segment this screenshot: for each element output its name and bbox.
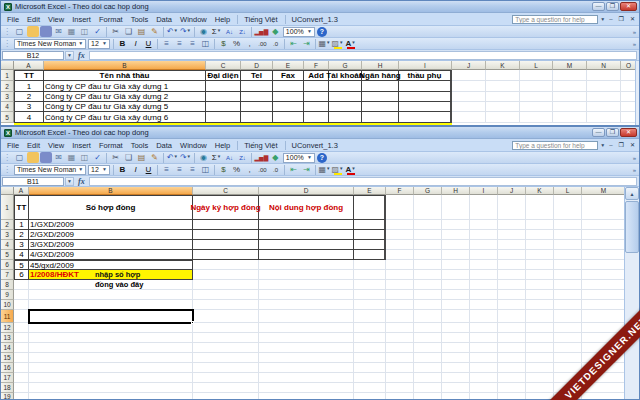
cell-M3[interactable] (582, 230, 626, 240)
percent-icon[interactable]: % (231, 164, 243, 175)
cell-G6[interactable] (414, 260, 442, 270)
dropdown-caret-icon[interactable]: ▼ (187, 155, 191, 160)
cell-L14[interactable] (554, 343, 582, 353)
cell-K1[interactable] (486, 70, 520, 81)
cell-H18[interactable] (442, 383, 470, 393)
row-header-2[interactable]: 2 (1, 81, 14, 92)
cell-I12[interactable] (470, 323, 498, 333)
workbook-restore-icon[interactable]: ❐ (617, 142, 626, 148)
cell-M5[interactable] (582, 250, 626, 260)
cell-G15[interactable] (414, 353, 442, 363)
cell-I1[interactable] (470, 195, 498, 220)
print-icon[interactable]: ▦ (66, 152, 78, 163)
question-dropdown-icon[interactable]: ▼ (600, 143, 605, 148)
workbook-minimize-icon[interactable]: – (607, 16, 614, 22)
dropdown-caret-icon[interactable]: ▼ (187, 29, 191, 34)
menu-data[interactable]: Data (152, 141, 176, 150)
copy-icon[interactable]: ❏ (123, 152, 135, 163)
cell-K11[interactable] (526, 310, 554, 323)
menu-file[interactable]: File (3, 15, 23, 24)
dropdown-caret-icon[interactable]: ▼ (217, 155, 221, 160)
cell-I8[interactable] (470, 280, 498, 290)
format-painter-icon[interactable]: ✎ (149, 26, 161, 37)
cell-E7[interactable] (354, 270, 386, 280)
cell-E18[interactable] (354, 383, 386, 393)
cell-D16[interactable] (259, 363, 354, 373)
menu-insert[interactable]: Insert (68, 15, 95, 24)
cell-M2[interactable] (582, 220, 626, 230)
cell-A7[interactable]: 6 (14, 270, 29, 280)
cell-J6[interactable] (498, 260, 526, 270)
cell-D5[interactable] (259, 250, 354, 260)
currency-icon[interactable]: $ (218, 38, 230, 49)
col-header-E[interactable]: E (354, 187, 386, 195)
cell-C7[interactable] (193, 270, 259, 280)
cell-K2[interactable] (526, 220, 554, 230)
cell-H3[interactable] (442, 230, 470, 240)
menu-help[interactable]: Help (211, 15, 234, 24)
cell-G5[interactable] (414, 250, 442, 260)
cell-B1[interactable]: Tên nhà thầu (44, 70, 206, 81)
redo-icon[interactable]: ↷▼ (180, 26, 192, 37)
cell-I3[interactable] (470, 230, 498, 240)
cell-F18[interactable] (386, 383, 414, 393)
menu-format[interactable]: Format (95, 141, 127, 150)
comma-icon[interactable]: , (244, 38, 256, 49)
cell-L1[interactable] (554, 195, 582, 220)
cell-E12[interactable] (354, 323, 386, 333)
menu-view[interactable]: View (44, 15, 68, 24)
col-header-J[interactable]: J (452, 61, 486, 70)
cell-K4[interactable] (526, 240, 554, 250)
comma-icon[interactable]: , (244, 164, 256, 175)
col-header-G[interactable]: G (329, 61, 362, 70)
cell-C16[interactable] (193, 363, 259, 373)
cell-F10[interactable] (386, 300, 414, 310)
cell-J3[interactable] (498, 230, 526, 240)
question-input[interactable] (512, 15, 598, 24)
maximize-button[interactable]: ❐ (606, 128, 619, 137)
toolbar-overflow-icon[interactable]: » (633, 155, 637, 161)
cell-H16[interactable] (442, 363, 470, 373)
cell-C15[interactable] (193, 353, 259, 363)
toolbar-overflow-icon[interactable]: » (633, 167, 637, 173)
help-icon[interactable]: ? (317, 153, 327, 163)
col-header-K[interactable]: K (526, 187, 554, 195)
new-icon[interactable]: ▢ (14, 26, 26, 37)
cell-C18[interactable] (193, 383, 259, 393)
dropdown-caret-icon[interactable]: ▼ (326, 167, 330, 172)
bold-icon[interactable]: B (117, 38, 129, 49)
col-header-H[interactable]: H (442, 187, 470, 195)
menu-uconvert-1-3[interactable]: UConvert_1.3 (285, 15, 342, 24)
paste-icon[interactable]: ▤ (136, 26, 148, 37)
cell-E9[interactable] (354, 290, 386, 300)
print-preview-icon[interactable]: ◫ (79, 152, 91, 163)
cell-J2[interactable] (498, 220, 526, 230)
cell-M9[interactable] (582, 290, 626, 300)
cell-D5[interactable] (241, 112, 273, 123)
fill-color-icon[interactable]: ▨▼ (332, 38, 344, 49)
cell-L4[interactable] (520, 102, 553, 112)
cell-J1[interactable] (452, 70, 486, 81)
cell-D4[interactable] (241, 102, 273, 112)
cell-J10[interactable] (498, 300, 526, 310)
cell-A11[interactable] (14, 310, 29, 323)
cell-J14[interactable] (498, 343, 526, 353)
cell-J12[interactable] (498, 323, 526, 333)
cell-G14[interactable] (414, 343, 442, 353)
cell-C12[interactable] (193, 323, 259, 333)
cell-K19[interactable] (526, 393, 554, 399)
maximize-button[interactable]: ❐ (606, 2, 619, 11)
cell-G7[interactable] (414, 270, 442, 280)
chart-wizard-icon[interactable]: ▂▅▇ (255, 26, 269, 37)
cell-N2[interactable] (587, 81, 621, 92)
row-header-19[interactable]: 19 (1, 393, 14, 399)
cell-H11[interactable] (442, 310, 470, 323)
cell-M5[interactable] (553, 112, 587, 123)
cell-E4[interactable] (354, 240, 386, 250)
cell-E6[interactable] (354, 260, 386, 270)
cell-G17[interactable] (414, 373, 442, 383)
col-header-N[interactable]: N (587, 61, 621, 70)
cell-K13[interactable] (526, 333, 554, 343)
row-header-2[interactable]: 2 (1, 220, 14, 230)
cell-C8[interactable] (193, 280, 259, 290)
